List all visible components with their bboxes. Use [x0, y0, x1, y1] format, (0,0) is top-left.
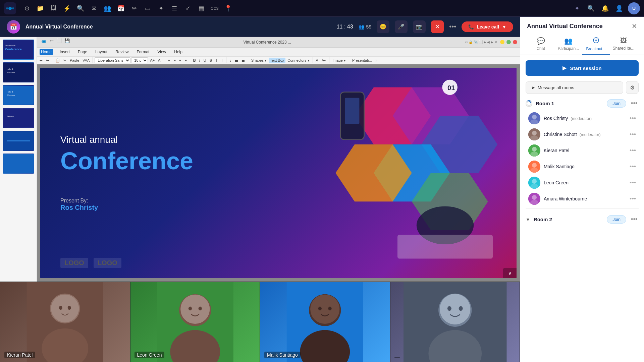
- numbered-list-tool[interactable]: ☰: [240, 58, 246, 63]
- copy-tool[interactable]: 📋: [54, 58, 61, 63]
- decrease-font-tool[interactable]: A-: [157, 58, 163, 63]
- bold-tool[interactable]: B: [192, 58, 197, 63]
- checklist-icon[interactable]: ✓: [182, 3, 193, 14]
- app-logo[interactable]: [4, 2, 16, 14]
- participant-more-leon[interactable]: •••: [630, 179, 636, 186]
- window-minimize-button[interactable]: [500, 40, 504, 44]
- start-session-button[interactable]: ▶ Start session: [526, 60, 639, 76]
- slide-thumb-3[interactable]: Hello & Welcome: [3, 85, 34, 105]
- increase-font-tool[interactable]: A+: [149, 58, 156, 63]
- user-avatar[interactable]: U: [628, 2, 640, 14]
- menu-page[interactable]: Page: [76, 49, 89, 55]
- maps-icon[interactable]: 📍: [223, 3, 233, 14]
- format-painter[interactable]: VAA: [81, 58, 91, 63]
- line-spacing-tool[interactable]: ↕: [228, 58, 233, 63]
- menu-layout[interactable]: Layout: [94, 49, 109, 55]
- cut-tool[interactable]: ✂: [62, 58, 68, 63]
- tab-participants[interactable]: 👥 Participan...: [554, 34, 582, 55]
- slide-thumb-1[interactable]: Virtual annual Conference: [3, 40, 34, 60]
- menu-view[interactable]: View: [156, 49, 167, 55]
- strikethrough-tool[interactable]: S̶: [208, 58, 213, 63]
- folder-icon[interactable]: 📁: [35, 3, 46, 14]
- room-2-more-button[interactable]: •••: [630, 216, 639, 223]
- undo-icon[interactable]: ↩: [49, 38, 55, 46]
- table-icon[interactable]: ▦: [196, 3, 207, 14]
- presentation-tool[interactable]: Presentati...: [351, 58, 373, 63]
- align-center-tool[interactable]: ≡: [172, 58, 177, 63]
- mute-audio-button[interactable]: 🎤: [395, 20, 408, 33]
- paste-tool[interactable]: Paste: [68, 58, 80, 63]
- leave-call-button[interactable]: 📞 Leave call ▼: [462, 21, 513, 32]
- notes-icon[interactable]: ✏: [129, 3, 140, 14]
- collapse-button[interactable]: ∨: [503, 268, 517, 278]
- search-nav-icon[interactable]: 🔍: [586, 3, 596, 14]
- tab-shared[interactable]: 🖼 Shared ite...: [610, 34, 637, 55]
- underline-tool[interactable]: U: [202, 58, 208, 63]
- participant-more-christine[interactable]: •••: [630, 131, 636, 138]
- align-right-tool[interactable]: ≡: [178, 58, 182, 63]
- ai-icon[interactable]: ✦: [572, 3, 582, 14]
- more-options-button[interactable]: •••: [449, 23, 456, 31]
- settings-button[interactable]: ⚙: [626, 81, 639, 94]
- redo-icon[interactable]: ⬜: [55, 38, 63, 46]
- home-icon[interactable]: ⊙: [21, 3, 32, 14]
- undo-tool[interactable]: ↩: [38, 58, 44, 63]
- contacts-icon[interactable]: 👥: [102, 3, 113, 14]
- justify-tool[interactable]: ≡: [183, 58, 188, 63]
- shapes-tool[interactable]: Shapes ▾: [250, 58, 268, 63]
- slide-thumb-4[interactable]: Welcome: [3, 108, 34, 128]
- participant-more-malik[interactable]: •••: [630, 163, 636, 170]
- align-left-tool[interactable]: ≡: [167, 58, 171, 63]
- message-all-button[interactable]: ➤ Message all rooms: [526, 81, 623, 94]
- menu-insert[interactable]: Insert: [58, 49, 71, 55]
- font-color-tool[interactable]: A: [315, 58, 320, 63]
- participant-more-kieran[interactable]: •••: [630, 147, 636, 154]
- menu-help[interactable]: Help: [173, 49, 184, 55]
- room-1-join-button[interactable]: Join: [607, 99, 626, 108]
- tab-breakout[interactable]: Breakout...: [582, 34, 610, 55]
- calendar-icon[interactable]: 📅: [115, 3, 126, 14]
- image-icon[interactable]: 🖼: [48, 3, 59, 14]
- shadow-tool[interactable]: T: [214, 58, 219, 63]
- slide-canvas[interactable]: 01 Virtual annual Conference Present By:…: [37, 64, 520, 282]
- tab-chat[interactable]: 💬 Chat: [527, 34, 554, 55]
- panel-close-button[interactable]: ✕: [632, 22, 637, 30]
- slide-thumb-6[interactable]: [3, 154, 34, 174]
- bullet-list-tool[interactable]: ☰: [233, 58, 239, 63]
- contacts-nav-icon[interactable]: 👤: [614, 3, 625, 14]
- menu-home[interactable]: Home: [40, 49, 53, 55]
- slide-thumb-2[interactable]: Hello & Welcome: [3, 62, 34, 82]
- participant-more-ros[interactable]: •••: [630, 115, 636, 122]
- notifications-icon[interactable]: 🔔: [600, 3, 610, 14]
- mute-video-button[interactable]: 📷: [413, 20, 426, 33]
- ocs-icon[interactable]: OCS: [209, 3, 220, 14]
- stop-screen-share-button[interactable]: ✕: [431, 20, 444, 33]
- save-icon[interactable]: 💾: [63, 38, 71, 46]
- redo-tool[interactable]: ↪: [45, 58, 50, 63]
- room-2-expand-icon[interactable]: ▼: [526, 217, 530, 222]
- menu-review[interactable]: Review: [114, 49, 130, 55]
- connectors-tool[interactable]: Connectors ▾: [286, 58, 311, 63]
- deck-icon[interactable]: ▭: [142, 3, 153, 14]
- menu-format[interactable]: Format: [135, 49, 151, 55]
- superscript-tool[interactable]: T: [220, 58, 225, 63]
- tasks-icon[interactable]: ☰: [169, 3, 180, 14]
- font-family-select[interactable]: Liberation Sans: [95, 57, 130, 63]
- toolbar-expand[interactable]: »: [374, 58, 379, 63]
- text-box-tool[interactable]: Text Box: [269, 58, 285, 63]
- slide-thumb-5[interactable]: [3, 131, 34, 151]
- participant-more-amara[interactable]: •••: [630, 195, 636, 202]
- window-maximize-button[interactable]: [506, 40, 511, 44]
- window-close-button[interactable]: [513, 40, 517, 44]
- italic-tool[interactable]: I: [198, 58, 202, 63]
- image-tool[interactable]: Image ▾: [331, 58, 347, 63]
- mail-icon[interactable]: ✉: [89, 3, 99, 14]
- emoji-reaction-button[interactable]: 😊: [377, 20, 389, 33]
- font-size-select[interactable]: 18 pt: [131, 57, 148, 63]
- integrations-icon[interactable]: ✦: [156, 3, 166, 14]
- room-1-more-button[interactable]: •••: [630, 100, 639, 107]
- highlight-tool[interactable]: A▾: [320, 58, 327, 63]
- activity-icon[interactable]: ⚡: [62, 3, 72, 14]
- search-icon[interactable]: 🔍: [75, 3, 86, 14]
- room-2-join-button[interactable]: Join: [607, 215, 626, 224]
